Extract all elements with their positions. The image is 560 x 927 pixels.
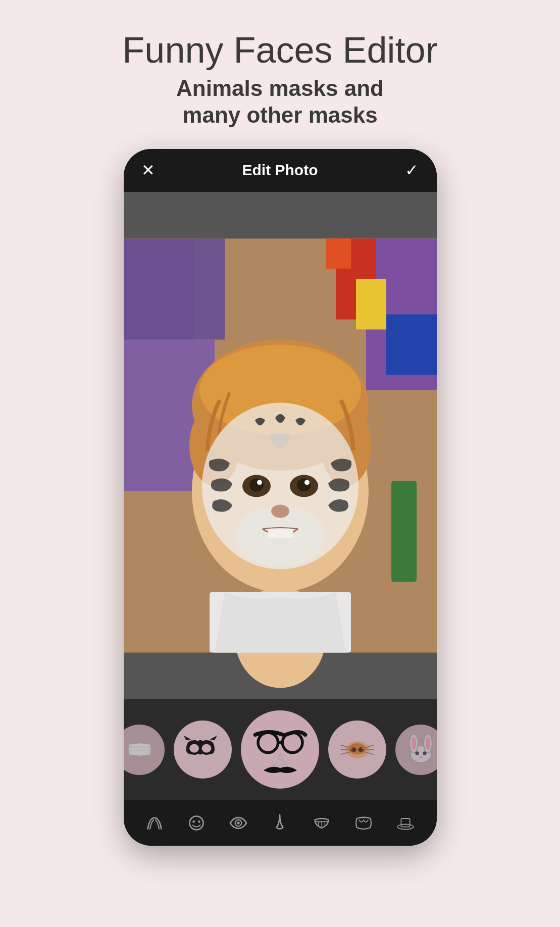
teeth-toolbar-button[interactable] [309,810,334,836]
svg-point-31 [189,744,199,753]
svg-rect-5 [326,238,351,269]
svg-point-23 [304,480,310,485]
svg-point-22 [257,480,262,485]
eye-toolbar-button[interactable] [226,810,251,836]
app-title: Funny Faces Editor [122,30,437,70]
svg-point-56 [198,820,200,823]
sticker-item[interactable] [395,725,437,775]
svg-point-53 [419,756,422,758]
svg-rect-6 [391,481,417,582]
svg-rect-25 [268,529,293,538]
svg-rect-64 [401,818,410,827]
phone-frame: ✕ Edit Photo ✓ [124,149,437,846]
close-button[interactable]: ✕ [141,161,155,180]
sticker-item[interactable] [124,725,165,775]
svg-rect-3 [356,279,386,329]
hat-toolbar-button[interactable] [393,810,418,836]
svg-rect-9 [194,238,225,339]
svg-point-30 [130,743,149,756]
svg-point-51 [415,751,419,755]
svg-rect-4 [386,314,437,375]
svg-point-54 [189,816,203,830]
hair-toolbar-button[interactable] [142,810,167,836]
sticker-item[interactable] [174,720,232,779]
nose-toolbar-button[interactable] [267,810,292,836]
phone-screen: ✕ Edit Photo ✓ [124,149,437,846]
sticker-item-active[interactable] [241,710,319,789]
app-subtitle: Animals masks and many other masks [176,75,384,129]
svg-point-52 [423,751,426,755]
svg-point-24 [271,504,289,518]
sticker-item[interactable] [328,720,386,779]
svg-point-50 [425,737,430,750]
svg-point-55 [192,820,195,823]
top-bar: ✕ Edit Photo ✓ [124,149,437,192]
svg-point-34 [282,733,302,753]
svg-point-58 [237,821,239,824]
svg-point-33 [258,733,278,753]
beard-toolbar-button[interactable] [351,810,376,836]
svg-point-49 [411,737,416,750]
svg-point-20 [249,478,264,491]
photo-canvas [124,192,437,699]
confirm-button[interactable]: ✓ [405,161,419,180]
svg-point-21 [297,478,311,491]
photo-area [124,192,437,699]
bottom-toolbar [124,800,437,846]
sticker-carousel [124,699,437,800]
svg-point-32 [202,744,212,753]
screen-title: Edit Photo [242,162,318,179]
face-toolbar-button[interactable] [184,810,209,836]
